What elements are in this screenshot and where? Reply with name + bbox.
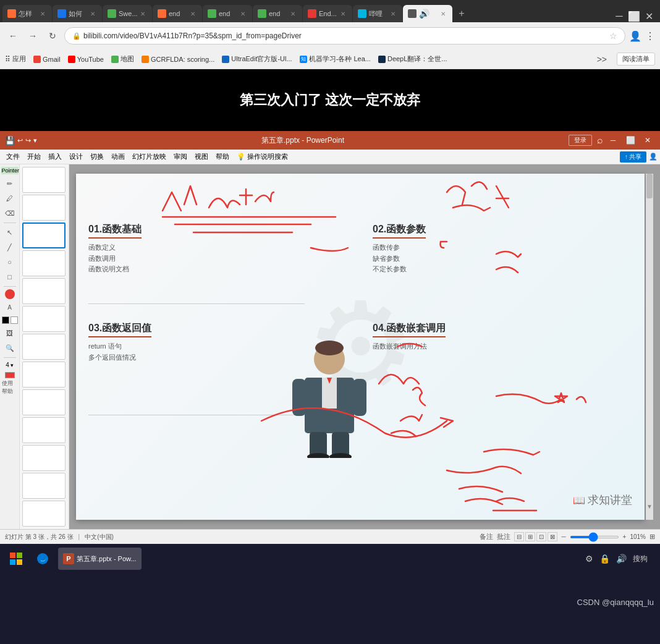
tab-1-close[interactable]: ✕	[38, 10, 47, 18]
ppt-menu-slideshow[interactable]: 幻灯片放映	[129, 151, 170, 163]
tab-5-close[interactable]: ✕	[239, 10, 247, 18]
ppt-menu-view[interactable]: 视图	[191, 151, 212, 163]
tab-4[interactable]: end ✕	[153, 5, 202, 22]
tab-3[interactable]: Swe... ✕	[103, 5, 152, 22]
slide-thumb-2[interactable]	[22, 195, 66, 221]
tab-5[interactable]: end ✕	[203, 5, 252, 22]
maximize-button[interactable]: ⬜	[628, 10, 640, 22]
tab-2-close[interactable]: ✕	[88, 10, 97, 18]
scrollbar-thumb[interactable]	[646, 174, 653, 198]
forward-button[interactable]: →	[25, 28, 41, 44]
address-text[interactable]: bilibili.com/video/BV1vA411b7Rn?p=35&spm…	[83, 32, 302, 40]
slide-thumb-12[interactable]	[22, 473, 66, 499]
zoom-slider[interactable]	[570, 536, 619, 538]
eraser-tool[interactable]: ⌫	[2, 206, 18, 220]
vertical-scrollbar[interactable]: ▼	[646, 174, 653, 520]
black-color[interactable]	[2, 316, 9, 324]
slide-thumb-8[interactable]	[22, 362, 66, 388]
tab-3-close[interactable]: ✕	[138, 10, 147, 18]
reading-list-button[interactable]: 阅读清单	[617, 53, 655, 66]
marker-tool[interactable]: 🖊	[2, 192, 18, 205]
tab-8-close[interactable]: ✕	[389, 10, 397, 18]
taskbar-sound-icon[interactable]: 🔊	[616, 554, 627, 564]
ppt-menu-review[interactable]: 审阅	[170, 151, 191, 163]
slide-thumb-13[interactable]	[22, 501, 66, 527]
ppt-menu-animations[interactable]: 动画	[108, 151, 129, 163]
slideshow-view-button[interactable]: ⊠	[548, 532, 557, 541]
slide-thumb-11[interactable]	[22, 445, 66, 471]
bookmark-ultraedit[interactable]: UltraEdit官方版-Ul...	[222, 54, 292, 64]
scroll-down-arrow[interactable]: ▼	[646, 503, 653, 510]
slide-thumb-7[interactable]	[22, 334, 66, 360]
tab-9-close[interactable]: ✕	[439, 10, 447, 18]
ppt-menu-design[interactable]: 设计	[66, 151, 87, 163]
ppt-save-icon[interactable]: 💾	[5, 136, 15, 145]
rect-tool[interactable]: □	[2, 270, 18, 284]
minimize-button[interactable]: ─	[613, 10, 625, 22]
ppt-menu-transitions[interactable]: 切换	[87, 151, 108, 163]
ppt-menu-file[interactable]: 文件	[2, 151, 23, 163]
ppt-menu-help[interactable]: 帮助	[212, 151, 233, 163]
pencil-tool[interactable]: ✏	[2, 177, 18, 190]
taskbar-ime-label[interactable]: 搜狗	[633, 554, 648, 564]
ppt-undo-icon[interactable]: ↩	[17, 137, 23, 145]
tab-8[interactable]: 哔哩 ✕	[353, 5, 402, 22]
profile-icon[interactable]: 👤	[629, 30, 641, 42]
bookmark-gmail[interactable]: Gmail	[33, 56, 61, 63]
tab-1[interactable]: 怎样 ✕	[2, 5, 52, 22]
bookmark-apps[interactable]: ⠿ 应用	[5, 54, 26, 64]
ppt-menu-insert[interactable]: 插入	[44, 151, 66, 163]
text-tool[interactable]: A	[2, 300, 18, 314]
circle-tool[interactable]: ○	[2, 255, 18, 269]
reading-view-button[interactable]: ⊡	[536, 532, 546, 541]
ppt-share-button[interactable]: ↑ 共享	[620, 151, 646, 163]
bookmark-youtube[interactable]: YouTube	[68, 56, 104, 63]
size-dropdown-icon[interactable]: ▾	[11, 362, 14, 368]
select-tool[interactable]: ↖	[2, 226, 18, 239]
comments-button[interactable]: 批注	[497, 532, 510, 541]
pointer-tool-label[interactable]: Pointer	[1, 167, 19, 174]
new-tab-button[interactable]: +	[453, 5, 470, 22]
taskbar-settings-icon[interactable]: ⚙	[585, 554, 593, 564]
bookmark-maps[interactable]: 地图	[111, 54, 134, 64]
ppt-profile-icon[interactable]: 👤	[649, 153, 658, 161]
bookmark-star-icon[interactable]: ☆	[609, 31, 617, 41]
white-color[interactable]	[11, 316, 18, 324]
slide-sorter-button[interactable]: ⊞	[525, 532, 535, 541]
line-tool[interactable]: ╱	[2, 240, 18, 254]
slide-thumb-9[interactable]	[22, 389, 66, 415]
tab-6-close[interactable]: ✕	[289, 10, 297, 18]
normal-view-button[interactable]: ⊟	[514, 532, 524, 541]
ppt-redo-icon[interactable]: ↪	[25, 137, 31, 145]
windows-start-button[interactable]	[5, 548, 27, 570]
fit-slide-button[interactable]: ⊞	[649, 533, 655, 541]
bookmark-gcrflda[interactable]: GCRFLDA: scoring...	[142, 56, 214, 63]
close-window-button[interactable]: ✕	[643, 10, 655, 22]
ppt-close-button[interactable]: ✕	[640, 134, 655, 146]
ppt-login-button[interactable]: 登录	[569, 135, 592, 146]
zoom-in-button[interactable]: +	[623, 533, 627, 540]
taskbar-lock-icon[interactable]: 🔒	[599, 554, 610, 564]
bookmarks-more-button[interactable]: >>	[597, 54, 607, 64]
tab-7[interactable]: End... ✕	[303, 5, 352, 22]
tab-7-close[interactable]: ✕	[339, 10, 347, 18]
notes-button[interactable]: 备注	[480, 532, 493, 541]
tab-6[interactable]: end ✕	[253, 5, 302, 22]
slide-thumb-1[interactable]	[22, 167, 66, 193]
tab-4-close[interactable]: ✕	[188, 10, 197, 18]
bookmark-zhihu[interactable]: 知 机器学习-各种 Lea...	[300, 54, 371, 64]
taskbar-ppt-button[interactable]: P 第五章.pptx - Pow...	[58, 548, 142, 570]
zoom-tool[interactable]: 🔍	[2, 341, 18, 355]
red-color-swatch[interactable]	[5, 289, 15, 299]
back-button[interactable]: ←	[5, 28, 21, 44]
slide-thumb-4[interactable]	[22, 250, 66, 276]
bookmark-deepl[interactable]: DeepL翻译：全世...	[378, 54, 447, 64]
slide-thumb-6[interactable]	[22, 306, 66, 332]
taskbar-edge-button[interactable]	[32, 548, 53, 570]
slide-thumb-10[interactable]	[22, 417, 66, 443]
ppt-minimize-button[interactable]: ─	[606, 134, 620, 146]
help-button[interactable]: 使用帮助	[2, 381, 18, 394]
active-color-swatch[interactable]	[5, 372, 15, 378]
ppt-menu-home[interactable]: 开始	[23, 151, 44, 163]
tab-9[interactable]: 🔊 ✕	[403, 5, 452, 22]
